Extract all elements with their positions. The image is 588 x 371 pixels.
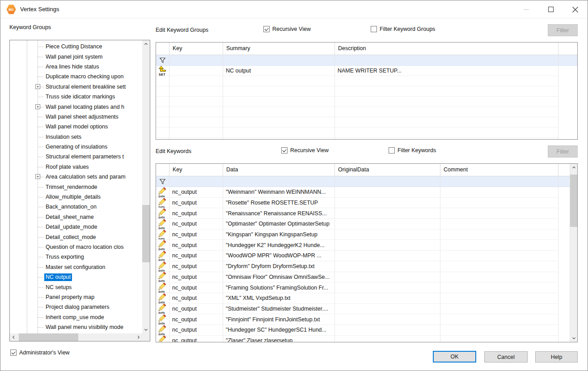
maximize-button[interactable]	[538, 0, 563, 18]
column-header-key[interactable]: Key	[169, 164, 223, 176]
column-header-key[interactable]: Key	[169, 43, 223, 55]
tree-item[interactable]: NC setups	[10, 282, 142, 292]
help-button[interactable]: Help	[535, 351, 578, 362]
tree-item[interactable]: Structural element parameters t	[10, 152, 142, 162]
tree-item[interactable]: Structural element breakline sett	[10, 82, 142, 92]
administrators-view-checkbox[interactable]: Administrator's View	[10, 350, 70, 356]
tree-item[interactable]: Detail_update_mode	[10, 222, 142, 232]
tree-item[interactable]: Back_annotation_on	[10, 202, 142, 212]
scroll-down-button[interactable]	[142, 326, 150, 333]
filter-groups-button[interactable]: Filter	[548, 24, 578, 36]
cell-comment	[440, 230, 558, 240]
table-row[interactable]: DATAnc_output"Omnisaw Floor" Omnisaw Omn…	[156, 272, 558, 283]
table-row[interactable]: DATAnc_output"Hundegger SC" HundeggerSC1…	[156, 325, 558, 336]
scrollbar-thumb[interactable]	[570, 175, 578, 227]
ok-button[interactable]: OK	[433, 351, 476, 362]
table-row[interactable]: DATAnc_output"Zlaser" Zlaser zlasersetup	[156, 336, 558, 342]
cell-data: "Dryform" Dryform DryformSetup.txt	[223, 261, 335, 272]
filter-keywords-button[interactable]: Filter	[548, 145, 578, 158]
titlebar[interactable]: BD Vertex Settings	[0, 0, 588, 18]
expand-plus-icon[interactable]	[35, 84, 40, 89]
cell-comment	[440, 282, 558, 293]
cell-description	[335, 128, 558, 137]
scroll-up-button[interactable]	[142, 40, 150, 48]
tree-item[interactable]: Detail_collect_mode	[10, 232, 142, 242]
tree-item[interactable]: Project dialog parameters	[10, 302, 142, 312]
table-row[interactable]: SETNC outputNAME WRITER SETUP...	[156, 66, 558, 76]
tree-item[interactable]: Truss side idicator markings	[10, 92, 142, 102]
row-icon-cell: DATA	[156, 261, 169, 272]
column-header-originaldata[interactable]: OriginalData	[335, 164, 440, 176]
table-row[interactable]: DATAnc_output"Hundegger K2" HundeggerK2 …	[156, 240, 558, 251]
scroll-up-button[interactable]	[570, 164, 578, 171]
tree-connector	[38, 207, 43, 207]
expand-plus-icon[interactable]	[35, 174, 40, 179]
scroll-right-button[interactable]	[135, 333, 142, 341]
svg-text:DATA: DATA	[158, 269, 165, 271]
filter-row[interactable]	[156, 55, 577, 66]
tree-item[interactable]: Wall panel menu visibility mode	[10, 322, 142, 332]
column-header-data[interactable]: Data	[223, 164, 335, 176]
table-row[interactable]: DATAnc_output"XML" XML VxpdSetup.txt	[156, 293, 558, 304]
table-row[interactable]: DATAnc_output"Kingspan" Kingspan Kingspa…	[156, 230, 558, 240]
tree-item[interactable]: Inherit comp_use mode	[10, 312, 142, 322]
column-header-description[interactable]: Description	[335, 43, 558, 55]
cancel-button[interactable]: Cancel	[484, 351, 528, 362]
table-row[interactable]: DATAnc_output"Finnjoint" Finnjoint FinnJ…	[156, 314, 558, 325]
tree-item[interactable]: Question of macro location clos	[10, 242, 142, 252]
tree-item[interactable]: Insulation sets	[10, 132, 142, 142]
tree-item[interactable]: Detail_sheet_name	[10, 212, 142, 222]
cell-comment	[440, 272, 558, 282]
tree-item[interactable]: Area calculation sets and param	[10, 172, 142, 182]
column-header-summary[interactable]: Summary	[223, 43, 335, 55]
tree-item[interactable]: Truss exporting	[10, 252, 142, 262]
table-row[interactable]: DATAnc_output"Framing Solutions" Framing…	[156, 282, 558, 293]
table-row[interactable]: DATAnc_output"Rosette" Rosette ROSETTE.S…	[156, 198, 558, 209]
expand-plus-icon[interactable]	[35, 104, 40, 109]
tree-connector	[40, 87, 44, 87]
minimize-button[interactable]	[514, 0, 538, 18]
filter-keyword-groups-checkbox[interactable]: Filter Keyword Groups	[371, 26, 435, 32]
tree-item[interactable]: NC output	[10, 272, 142, 282]
tree-item[interactable]: Wall panel model options	[10, 122, 142, 132]
recursive-view-groups-checkbox[interactable]: Recursive View	[263, 26, 311, 32]
tree-vertical-scrollbar[interactable]	[142, 40, 150, 333]
filter-keywords-checkbox[interactable]: Filter Keywords	[389, 147, 436, 154]
tree-connector	[38, 147, 43, 147]
scroll-left-button[interactable]	[10, 333, 17, 341]
close-button[interactable]	[563, 0, 588, 18]
tree-horizontal-scrollbar[interactable]	[10, 333, 142, 341]
tree-item[interactable]: Generating of insulations	[10, 142, 142, 152]
tree-item[interactable]: Panel property map	[10, 292, 142, 302]
tree-item[interactable]: Trimset_rendermode	[10, 182, 142, 192]
filter-row[interactable]	[156, 176, 570, 187]
scrollbar-corner	[142, 333, 150, 341]
tree-item[interactable]: Wall panel joint system	[10, 51, 142, 61]
cell-key: nc_output	[169, 230, 223, 240]
data-pencil-icon: DATA	[158, 272, 167, 282]
scroll-down-button[interactable]	[570, 334, 578, 342]
tree-item[interactable]: Allow_multiple_details	[10, 192, 142, 202]
table-row[interactable]: DATAnc_output"Weinmann" Weinmann WEINNMA…	[156, 187, 558, 198]
table-row[interactable]: DATAnc_output"Studmeister" Studmeister S…	[156, 304, 558, 315]
keywords-vertical-scrollbar[interactable]	[570, 164, 577, 342]
table-row[interactable]: DATAnc_output"Optimaster" Optimaster Opt…	[156, 219, 558, 230]
tree-item[interactable]: Wall panel sheet adjustments	[10, 112, 142, 122]
tree-item[interactable]: Roof plate values	[10, 162, 142, 172]
scrollbar-thumb[interactable]	[142, 205, 150, 262]
tree-item[interactable]: Area lines hide status	[10, 62, 142, 72]
table-row[interactable]: DATAnc_output"Dryform" Dryform DryformSe…	[156, 261, 558, 272]
scrollbar-thumb[interactable]	[19, 333, 78, 341]
tree-item[interactable]: Master set configuration	[10, 262, 142, 272]
recursive-view-keywords-checkbox[interactable]: Recursive View	[281, 147, 329, 154]
table-row[interactable]: DATAnc_output"WoodWOP MPR" WoodWOP-MPR .…	[156, 251, 558, 261]
keyword-groups-label: Keyword Groups	[9, 24, 51, 30]
tree-item-label: Wall panel menu visibility mode	[44, 324, 125, 331]
tree-item[interactable]: Duplicate macro checking upon	[10, 72, 142, 81]
tree-item[interactable]: Piece Cutting Distance	[10, 42, 142, 51]
cell-comment	[440, 240, 558, 250]
column-header-comment[interactable]: Comment	[440, 164, 558, 176]
table-row[interactable]: DATAnc_output"Renaissance" Renaissance R…	[156, 208, 558, 219]
tree-item[interactable]: Wall panel locating plates and h	[10, 102, 142, 111]
svg-text:DATA: DATA	[158, 237, 165, 239]
